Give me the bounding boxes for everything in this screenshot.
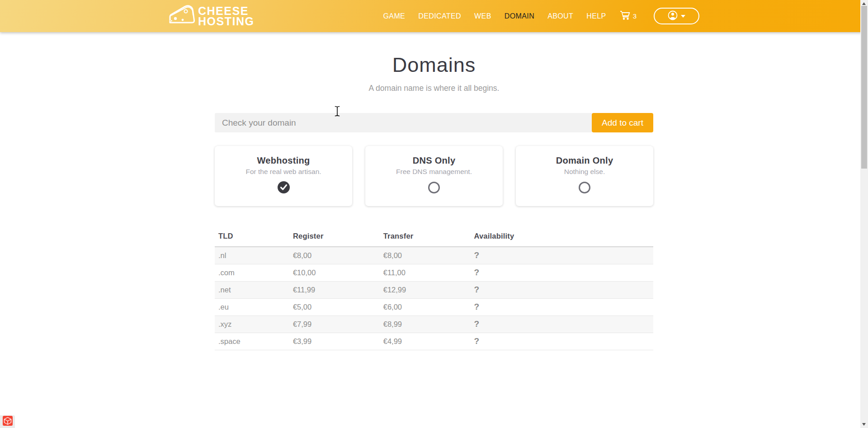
cart-button[interactable]: 3 xyxy=(620,10,637,22)
plan-title: Domain Only xyxy=(516,155,653,166)
shopping-cart-icon xyxy=(620,10,631,22)
table-row: .xyz €7,99 €8,99 ? xyxy=(215,315,653,333)
plan-cards: Webhosting For the real web artisan. DNS… xyxy=(215,146,653,206)
table-row: .com €10,00 €11,00 ? xyxy=(215,264,653,281)
availability-question-icon: ? xyxy=(470,264,653,281)
nav-item-web[interactable]: WEB xyxy=(474,12,491,20)
cart-count-badge: 3 xyxy=(633,12,637,20)
tld-pricing-table: TLD Register Transfer Availability .nl €… xyxy=(215,232,653,350)
tld-cell: .nl xyxy=(215,247,289,264)
register-cell: €7,99 xyxy=(289,315,380,333)
tld-cell: .eu xyxy=(215,298,289,315)
tld-cell: .com xyxy=(215,264,289,281)
page-title: Domains xyxy=(215,53,653,77)
main-menu: GAME DEDICATED WEB DOMAIN ABOUT HELP 3 xyxy=(383,8,699,24)
transfer-cell: €11,00 xyxy=(380,264,471,281)
col-header-tld: TLD xyxy=(215,232,289,247)
user-circle-icon xyxy=(668,10,678,22)
register-cell: €3,99 xyxy=(289,333,380,350)
scrollbar-down-arrow-icon[interactable] xyxy=(862,423,866,426)
vertical-scrollbar[interactable] xyxy=(860,0,868,428)
table-row: .eu €5,00 €6,00 ? xyxy=(215,298,653,315)
radio-unchecked-icon[interactable] xyxy=(579,182,590,193)
nav-item-game[interactable]: GAME xyxy=(383,12,405,20)
register-cell: €8,00 xyxy=(289,247,380,264)
plan-title: Webhosting xyxy=(215,155,352,166)
scrollbar-thumb[interactable] xyxy=(861,6,867,169)
availability-question-icon: ? xyxy=(470,247,653,264)
table-row: .space €3,99 €4,99 ? xyxy=(215,333,653,350)
register-cell: €10,00 xyxy=(289,264,380,281)
plan-card-webhosting[interactable]: Webhosting For the real web artisan. xyxy=(215,146,352,206)
laravel-debugbar-toggle[interactable] xyxy=(0,415,15,428)
cheese-wedge-icon xyxy=(169,5,196,28)
page-subtitle: A domain name is where it all begins. xyxy=(215,84,653,93)
nav-item-about[interactable]: ABOUT xyxy=(547,12,573,20)
plan-card-domain-only[interactable]: Domain Only Nothing else. xyxy=(516,146,653,206)
transfer-cell: €8,00 xyxy=(380,247,471,264)
radio-checked-icon[interactable] xyxy=(278,181,290,193)
transfer-cell: €6,00 xyxy=(380,298,471,315)
domain-search-bar: Add to cart xyxy=(215,113,653,132)
navbar-container: CHEESE HOSTING GAME DEDICATED WEB DOMAIN… xyxy=(169,5,699,28)
register-cell: €11,99 xyxy=(289,281,380,298)
transfer-cell: €4,99 xyxy=(380,333,471,350)
tld-cell: .net xyxy=(215,281,289,298)
availability-question-icon: ? xyxy=(470,333,653,350)
table-header-row: TLD Register Transfer Availability xyxy=(215,232,653,247)
main-content: Domains A domain name is where it all be… xyxy=(215,53,653,350)
radio-unchecked-icon[interactable] xyxy=(428,182,440,193)
transfer-cell: €12,99 xyxy=(380,281,471,298)
domain-search-input[interactable] xyxy=(215,113,592,132)
table-row: .nl €8,00 €8,00 ? xyxy=(215,247,653,264)
nav-item-help[interactable]: HELP xyxy=(586,12,606,20)
col-header-register: Register xyxy=(289,232,380,247)
plan-subtitle: Nothing else. xyxy=(516,168,653,176)
nav-item-dedicated[interactable]: DEDICATED xyxy=(418,12,461,20)
navbar: CHEESE HOSTING GAME DEDICATED WEB DOMAIN… xyxy=(0,0,868,32)
nav-item-domain[interactable]: DOMAIN xyxy=(505,12,534,20)
logo[interactable]: CHEESE HOSTING xyxy=(169,5,254,28)
col-header-transfer: Transfer xyxy=(380,232,471,247)
availability-question-icon: ? xyxy=(470,281,653,298)
account-menu-button[interactable] xyxy=(654,8,699,24)
plan-subtitle: Free DNS management. xyxy=(365,168,503,176)
plan-card-dns-only[interactable]: DNS Only Free DNS management. xyxy=(365,146,503,206)
col-header-availability: Availability xyxy=(470,232,653,247)
scrollbar-up-arrow-icon[interactable] xyxy=(862,2,866,5)
plan-subtitle: For the real web artisan. xyxy=(215,168,352,176)
register-cell: €5,00 xyxy=(289,298,380,315)
add-to-cart-button[interactable]: Add to cart xyxy=(592,113,653,132)
availability-question-icon: ? xyxy=(470,298,653,315)
table-row: .net €11,99 €12,99 ? xyxy=(215,281,653,298)
tld-cell: .space xyxy=(215,333,289,350)
transfer-cell: €8,99 xyxy=(380,315,471,333)
logo-text: CHEESE HOSTING xyxy=(198,6,254,27)
tld-cell: .xyz xyxy=(215,315,289,333)
availability-question-icon: ? xyxy=(470,315,653,333)
laravel-logo-icon xyxy=(3,416,13,428)
chevron-down-icon xyxy=(681,15,685,18)
plan-title: DNS Only xyxy=(365,155,503,166)
